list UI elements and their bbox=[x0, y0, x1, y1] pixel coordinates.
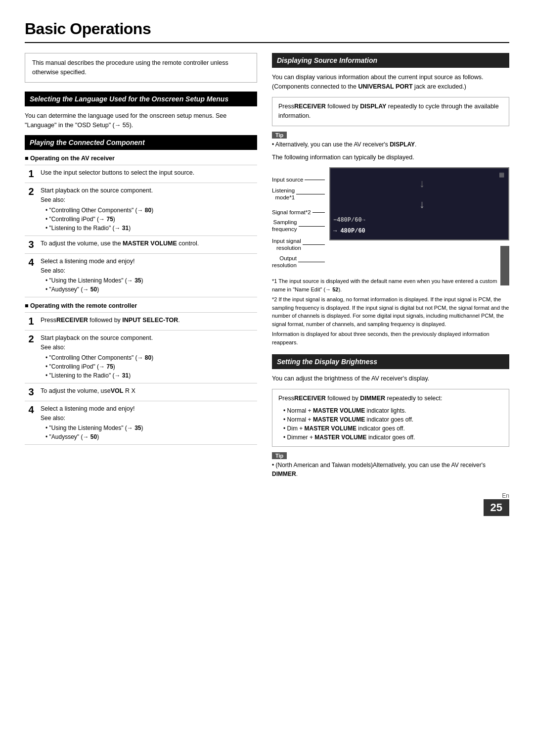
step-number: 4 bbox=[25, 401, 39, 445]
main-content: This manual describes the procedure usin… bbox=[25, 53, 509, 482]
section3-tip: Tip • Alternatively, you can use the AV … bbox=[272, 131, 509, 149]
table-row: 4 Select a listening mode and enjoy! See… bbox=[25, 253, 257, 297]
step-content: To adjust the volume, use the MASTER VOL… bbox=[39, 236, 257, 253]
section2-header: Playing the Connected Component bbox=[25, 135, 257, 150]
step-number: 3 bbox=[25, 383, 39, 401]
list-item: "Controlling iPod" (→ 75) bbox=[45, 215, 255, 224]
diagram-label-listening-mode: Listeningmode*1 bbox=[272, 188, 326, 201]
step-content: To adjust the volume, useVOL R X bbox=[39, 383, 257, 401]
right-col-inner: Displaying Source Information You can di… bbox=[272, 53, 509, 478]
diagram-label-signal-format: Signal format*2 bbox=[272, 209, 326, 216]
intro-box: This manual describes the procedure usin… bbox=[25, 53, 257, 83]
diagram-display: ↓ ↓ ▦ −480P/60→ → 480P/60 bbox=[329, 167, 509, 273]
page-number: 25 bbox=[484, 499, 509, 516]
list-item: "Controlling Other Components" (→ 80) bbox=[45, 206, 255, 215]
section4-intro: You can adjust the brightness of the AV … bbox=[272, 374, 509, 383]
step-number: 1 bbox=[25, 313, 39, 331]
footnote-2: *2 If the input signal is analog, no for… bbox=[272, 295, 509, 328]
list-item: "Audyssey" (→ 50) bbox=[45, 432, 255, 441]
footnote-3: Information is displayed for about three… bbox=[272, 330, 509, 346]
step-content: Start playback on the source component. … bbox=[39, 331, 257, 383]
list-item: "Using the Listening Modes" (→ 35) bbox=[45, 276, 255, 285]
table-row: 4 Select a listening mode and enjoy! See… bbox=[25, 401, 257, 445]
intro-text: This manual describes the procedure usin… bbox=[32, 59, 228, 76]
diagram-intro: The following information can typically … bbox=[272, 153, 509, 162]
step-content: Start playback on the source component. … bbox=[39, 183, 257, 236]
list-item: "Using the Listening Modes" (→ 35) bbox=[45, 424, 255, 432]
step-content: Select a listening mode and enjoy! See a… bbox=[39, 253, 257, 297]
table-row: 1 PressRECEIVER followed by INPUT SELEC-… bbox=[25, 313, 257, 331]
resolution-display-2: → 480P/60 bbox=[333, 228, 365, 235]
step-number: 3 bbox=[25, 236, 39, 253]
diagram-labels: Input source Listeningmode*1 Signal form… bbox=[272, 167, 326, 273]
step-number: 4 bbox=[25, 253, 39, 297]
section3-instruction: PressRECEIVER followed by DISPLAY repeat… bbox=[272, 97, 509, 126]
table-row: 1 Use the input selector buttons to sele… bbox=[25, 165, 257, 183]
section4-header: Setting the Display Brightness bbox=[272, 354, 509, 369]
section3-header: Displaying Source Information bbox=[272, 53, 509, 68]
step-number: 2 bbox=[25, 183, 39, 236]
display-screen: ↓ ↓ ▦ −480P/60→ → 480P/60 bbox=[329, 167, 509, 240]
section1-body: You can determine the language used for … bbox=[25, 111, 257, 131]
remote-steps: 1 PressRECEIVER followed by INPUT SELEC-… bbox=[25, 312, 257, 445]
list-item: "Controlling Other Components" (→ 80) bbox=[45, 353, 255, 362]
page-en-label: En bbox=[502, 492, 509, 499]
step-content: Select a listening mode and enjoy! See a… bbox=[39, 401, 257, 445]
footnote-1: *1 The input source is displayed with th… bbox=[272, 277, 509, 293]
page-title: Basic Operations bbox=[25, 20, 509, 38]
table-row: 2 Start playback on the source component… bbox=[25, 331, 257, 383]
right-column: Displaying Source Information You can di… bbox=[272, 53, 509, 482]
grid-icon: ▦ bbox=[499, 171, 504, 178]
subsection2-header: Operating with the remote controller bbox=[25, 302, 257, 309]
left-column: This manual describes the procedure usin… bbox=[25, 53, 257, 482]
step-content: PressRECEIVER followed by INPUT SELEC-TO… bbox=[39, 313, 257, 331]
section4-instruction: PressRECEIVER followed by DIMMER repeate… bbox=[272, 389, 509, 447]
av-receiver-steps: 1 Use the input selector buttons to sele… bbox=[25, 165, 257, 297]
table-row: 2 Start playback on the source component… bbox=[25, 183, 257, 236]
list-item: Dimmer + MASTER VOLUME indicator goes of… bbox=[283, 433, 503, 442]
tip-label-2: Tip bbox=[272, 452, 287, 459]
step-number: 1 bbox=[25, 165, 39, 183]
subsection1-header: Operating on the AV receiver bbox=[25, 155, 257, 162]
table-row: 3 To adjust the volume, useVOL R X bbox=[25, 383, 257, 401]
tip-label: Tip bbox=[272, 132, 287, 139]
display-diagram: Input source Listeningmode*1 Signal form… bbox=[272, 167, 509, 273]
step-content: Use the input selector buttons to select… bbox=[39, 165, 257, 183]
list-item: "Controlling iPod" (→ 75) bbox=[45, 362, 255, 371]
diagram-label-input-res: Input signalresolution bbox=[272, 238, 326, 252]
section4-tip: Tip • (North American and Taiwan models)… bbox=[272, 452, 509, 478]
title-divider bbox=[25, 42, 509, 43]
arrow-down-1: ↓ bbox=[419, 177, 425, 190]
list-item: "Listening to the Radio" (→ 31) bbox=[45, 371, 255, 380]
section3-intro: You can display various information abou… bbox=[272, 73, 509, 92]
resolution-display-1: −480P/60→ bbox=[333, 217, 365, 224]
list-item: Dim + MASTER VOLUME indicator goes off. bbox=[283, 424, 503, 433]
diagram-label-output-res: Outputresolution bbox=[272, 255, 326, 270]
table-row: 3 To adjust the volume, use the MASTER V… bbox=[25, 236, 257, 253]
step-number: 2 bbox=[25, 331, 39, 383]
tip-content: • Alternatively, you can use the AV rece… bbox=[272, 141, 416, 148]
arrow-down-2: ↓ bbox=[419, 198, 425, 211]
tip-content-2: • (North American and Taiwan models)Alte… bbox=[272, 462, 486, 477]
list-item: "Listening to the Radio" (→ 31) bbox=[45, 224, 255, 233]
section1-header: Selecting the Language Used for the Onsc… bbox=[25, 92, 257, 106]
diagram-label-input-source: Input source bbox=[272, 176, 326, 184]
page-number-area: En 25 bbox=[25, 492, 509, 516]
list-item: Normal + MASTER VOLUME indicator lights. bbox=[283, 406, 503, 415]
list-item: "Audyssey" (→ 50) bbox=[45, 285, 255, 294]
diagram-label-sampling: Samplingfrequency bbox=[272, 219, 326, 233]
list-item: Normal + MASTER VOLUME indicator goes of… bbox=[283, 415, 503, 424]
